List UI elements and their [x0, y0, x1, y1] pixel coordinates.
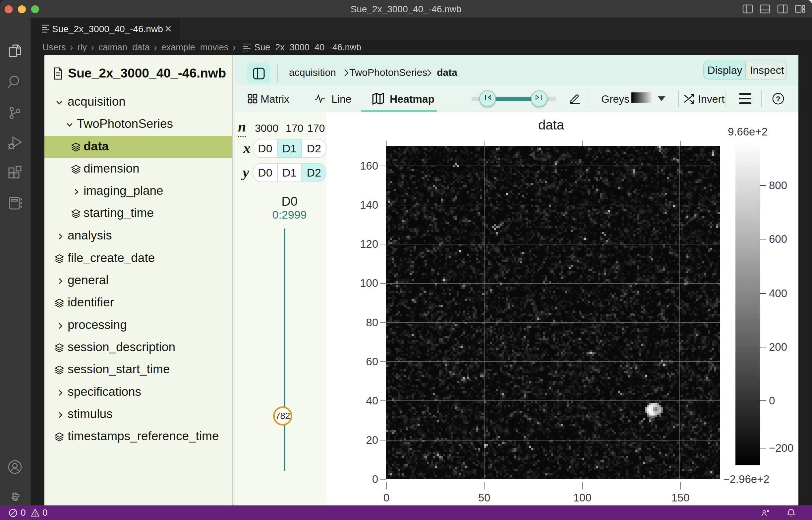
- svg-text:?: ?: [776, 95, 781, 103]
